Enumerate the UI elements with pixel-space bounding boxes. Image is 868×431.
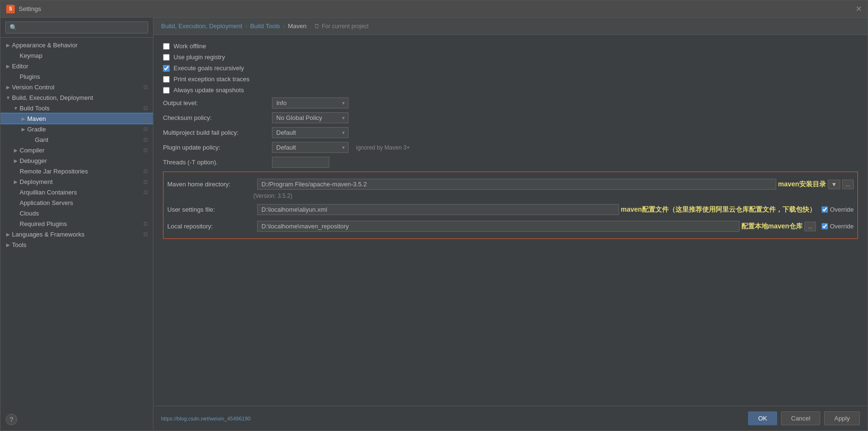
plugin-update-dropdown[interactable]: Default Always Never [272, 142, 348, 153]
local-repo-override-checkbox[interactable] [822, 223, 828, 229]
tree-arrow-appearance [4, 41, 12, 49]
status-url-text: https://blog.csdn.net/weixin_45496190 [161, 416, 250, 421]
breadcrumb-build-tools[interactable]: Build Tools [250, 22, 280, 30]
sidebar-item-appearance[interactable]: Appearance & Behavior [0, 40, 153, 50]
print-exception-checkbox[interactable] [163, 76, 170, 83]
sidebar-item-label-clouds: Clouds [20, 210, 149, 217]
plugin-update-note: ignored by Maven 3+ [356, 144, 410, 151]
close-button[interactable]: ✕ [855, 6, 862, 12]
sidebar-item-tools[interactable]: Tools [0, 239, 153, 250]
sidebar-item-label-editor: Editor [12, 63, 149, 70]
use-plugin-registry-label[interactable]: Use plugin registry [174, 54, 225, 61]
sidebar: Appearance & Behavior Keymap Editor Plug… [0, 18, 153, 431]
icon-right-gradle: ⊡ [141, 125, 149, 133]
maven-home-input[interactable] [257, 179, 776, 190]
sidebar-item-label-remote-jar: Remote Jar Repositories [20, 168, 141, 175]
always-update-label[interactable]: Always update snapshots [174, 86, 244, 94]
sidebar-item-debugger[interactable]: Debugger [0, 155, 153, 166]
sidebar-item-version-control[interactable]: Version Control ⊡ [0, 82, 153, 92]
local-repo-browse-btn[interactable]: ... [804, 222, 816, 231]
icon-right-maven: ⊡ [141, 115, 149, 122]
sidebar-item-gradle[interactable]: Gradle ⊡ [0, 124, 153, 134]
checkbox-print-exception: Print exception stack traces [163, 75, 858, 83]
tree-arrow-gradle [20, 125, 27, 133]
icon-right-build-tools: ⊡ [141, 104, 149, 112]
settings-content: Work offline Use plugin registry Execute… [153, 35, 868, 406]
user-settings-path-wrapper: maven配置文件（这里推荐使用阿里云仓库配置文件，下载包快） Override [257, 204, 854, 215]
sidebar-item-build-tools[interactable]: Build Tools ⊡ [0, 103, 153, 113]
sidebar-item-label-compiler: Compiler [20, 147, 141, 154]
icon-right-arquillian: ⊡ [141, 188, 149, 196]
maven-home-annotation: maven安装目录 [778, 180, 826, 189]
sidebar-item-label-languages: Languages & Frameworks [12, 231, 141, 238]
icon-right-languages: ⊡ [141, 230, 149, 238]
sidebar-item-editor[interactable]: Editor [0, 61, 153, 71]
threads-input[interactable] [272, 157, 329, 168]
checksum-label: Checksum policy: [163, 114, 268, 121]
icon-right-remote-jar: ⊡ [141, 167, 149, 175]
local-repo-input[interactable] [257, 221, 739, 232]
checksum-dropdown[interactable]: No Global Policy Warn Fail [272, 112, 348, 123]
field-row-threads: Threads (-T option). [163, 157, 858, 168]
apply-button[interactable]: Apply [824, 411, 860, 425]
user-settings-label: User settings file: [167, 206, 253, 213]
sidebar-item-label-debugger: Debugger [20, 157, 149, 164]
user-settings-input[interactable] [257, 204, 619, 215]
help-button[interactable]: ? [6, 414, 17, 425]
sidebar-item-keymap[interactable]: Keymap [0, 50, 153, 61]
plugin-update-label: Plugin update policy: [163, 144, 268, 151]
tree-arrow-version-control [4, 83, 12, 91]
sidebar-item-clouds[interactable]: Clouds [0, 208, 153, 218]
main-content: Appearance & Behavior Keymap Editor Plug… [0, 18, 868, 431]
sidebar-item-remote-jar[interactable]: Remote Jar Repositories ⊡ [0, 166, 153, 176]
sidebar-item-app-servers[interactable]: Application Servers [0, 197, 153, 208]
sidebar-item-label-app-servers: Application Servers [20, 199, 149, 206]
icon-right-version-control: ⊡ [141, 83, 149, 91]
tree-arrow-debugger [12, 157, 20, 164]
cancel-button[interactable]: Cancel [781, 411, 820, 425]
breadcrumb-sep-2: › [283, 22, 285, 30]
sidebar-item-label-version-control: Version Control [12, 84, 141, 91]
output-level-dropdown[interactable]: Info Debug Error [272, 97, 348, 108]
breadcrumb-sep-1: › [245, 22, 247, 30]
output-level-dropdown-container: Info Debug Error ▼ [272, 97, 348, 108]
sidebar-item-languages[interactable]: Languages & Frameworks ⊡ [0, 229, 153, 239]
print-exception-label[interactable]: Print exception stack traces [174, 75, 250, 83]
user-settings-override-checkbox[interactable] [822, 206, 828, 213]
search-input[interactable] [5, 22, 148, 33]
sidebar-item-label-tools: Tools [12, 241, 149, 248]
multiproject-label: Multiproject build fail policy: [163, 129, 268, 136]
sidebar-item-deployment[interactable]: Deployment ⊡ [0, 176, 153, 187]
user-settings-override-label: Override [830, 206, 854, 213]
checkbox-always-update: Always update snapshots [163, 86, 858, 94]
maven-home-browse-btn[interactable]: ... [842, 180, 854, 189]
sidebar-item-gant[interactable]: Gant ⊡ [0, 134, 153, 145]
work-offline-checkbox[interactable] [163, 43, 170, 50]
use-plugin-registry-checkbox[interactable] [163, 54, 170, 61]
field-row-plugin-update: Plugin update policy: Default Always Nev… [163, 142, 858, 153]
tree-arrow-editor [4, 62, 12, 70]
maven-home-path-wrapper: maven安装目录 ▼ ... [257, 179, 854, 190]
highlight-section: Maven home directory: maven安装目录 ▼ ... (V… [163, 172, 858, 239]
icon-right-gant: ⊡ [141, 136, 149, 143]
maven-home-dropdown-btn[interactable]: ▼ [828, 180, 840, 189]
user-settings-row: User settings file: maven配置文件（这里推荐使用阿里云仓… [163, 201, 857, 218]
breadcrumb-build-exec[interactable]: Build, Execution, Deployment [161, 22, 242, 30]
sidebar-item-build-exec[interactable]: Build, Execution, Deployment [0, 92, 153, 103]
execute-goals-checkbox[interactable] [163, 65, 170, 72]
sidebar-item-maven[interactable]: Maven ⊡ [0, 113, 153, 124]
sidebar-item-compiler[interactable]: Compiler ⊡ [0, 145, 153, 155]
work-offline-label[interactable]: Work offline [174, 43, 206, 50]
ok-button[interactable]: OK [748, 411, 777, 425]
sidebar-item-arquillian[interactable]: Arquillian Containers ⊡ [0, 187, 153, 197]
always-update-checkbox[interactable] [163, 87, 170, 94]
local-repo-override-label: Override [830, 223, 854, 230]
execute-goals-label[interactable]: Execute goals recursively [174, 65, 244, 72]
dialog-title: Settings [19, 5, 855, 12]
sidebar-item-label-plugins: Plugins [20, 73, 149, 80]
local-repo-row: Local repository: 配置本地maven仓库 ... Overri… [163, 218, 857, 235]
sidebar-item-plugins[interactable]: Plugins [0, 71, 153, 82]
breadcrumb-note: 🗒For current project [314, 23, 369, 30]
multiproject-dropdown[interactable]: Default Fail at end Never fail [272, 127, 348, 138]
sidebar-item-required-plugins[interactable]: Required Plugins ⊡ [0, 218, 153, 229]
